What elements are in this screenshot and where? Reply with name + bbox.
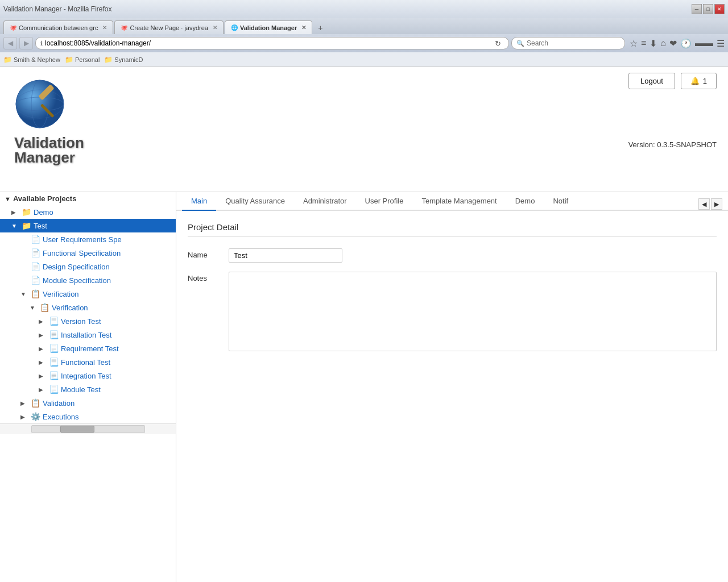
browser-chrome: Validation Manager - Mozilla Firefox ─ □… [0,0,728,582]
url-input[interactable] [45,39,490,47]
new-tab-button[interactable]: + [313,22,327,34]
back-button[interactable]: ◀ [3,37,17,49]
name-input[interactable] [229,248,342,263]
bookmark-smith[interactable]: 📁 Smith & Nephew [3,56,60,64]
sidebar-item-user-req[interactable]: ▶ 📄 User Requirements Spe [0,232,176,246]
download-icon[interactable]: ⬇ [650,38,657,49]
svg-point-0 [16,80,64,128]
list-icon-verif-parent: 📋 [31,289,40,298]
sidebar-label-demo: Demo [34,208,53,217]
sidebar-item-executions[interactable]: ▶ ⚙️ Executions [0,410,176,423]
sidebar-label-integration-test: Integration Test [61,372,111,380]
sidebar-label-verification-parent: Verification [43,290,79,298]
bookmark-star-icon[interactable]: ☆ [630,38,638,49]
content-area: Project Detail Name Notes [176,211,728,582]
sidebar-item-functional-test[interactable]: ▶ 📃 Functional Test [0,355,176,369]
sidebar-item-verification-parent[interactable]: ▼ 📋 Verification [0,287,176,301]
chevron-down-icon: ▼ [5,196,11,202]
refresh-button[interactable]: ↻ [493,38,504,49]
doc-icon-design-spec: 📄 [31,262,40,271]
sidebar-item-version-test[interactable]: ▶ 📃 Version Test [0,314,176,328]
bookmark-personal[interactable]: 📁 Personal [65,56,100,64]
sidebar-item-requirement-test[interactable]: ▶ 📃 Requirement Test [0,342,176,355]
history-icon[interactable]: 🕐 [680,38,692,49]
list-icon-verif-child: 📋 [40,303,49,312]
sidebar-item-validation[interactable]: ▶ 📋 Validation [0,396,176,410]
sidebar-item-design-spec[interactable]: ▶ 📄 Design Specification [0,260,176,273]
home-icon[interactable]: ⌂ [660,38,666,49]
tab-template-management[interactable]: Template Management [412,192,506,211]
browser-tab-1[interactable]: 🐙 Create New Page · javydrea ✕ [114,20,224,34]
sidebar-label-requirement-test: Requirement Test [61,344,119,353]
overflow-icon[interactable]: ▬▬ [695,38,713,49]
sidebar-label-test: Test [34,222,47,230]
notification-button[interactable]: 🔔 1 [681,73,717,89]
doc-icon-user-req: 📄 [31,235,40,244]
tab-nav: Main Quality Assurance Administrator Use… [176,192,728,211]
doc-icon-installation-test: 📃 [49,330,59,339]
tab-administrator[interactable]: Administrator [294,192,356,211]
tab-prev-button[interactable]: ◀ [698,198,710,210]
chevron-right-icon-requirement-test: ▶ [39,346,47,352]
sidebar-label-func-spec: Functional Specification [43,249,121,257]
folder-icon-demo: 📁 [22,207,31,217]
sidebar-label-version-test: Version Test [61,317,101,326]
right-panel: Main Quality Assurance Administrator Use… [176,192,728,582]
page: Validation Manager Logout 🔔 1 Version: 0… [0,67,728,582]
app-logo: Validation Manager [11,73,85,165]
scroll-thumb[interactable] [60,426,94,433]
menu-icon[interactable]: ☰ [717,38,725,49]
tab-notif[interactable]: Notif [544,192,577,211]
gear-icon-executions: ⚙️ [31,412,40,421]
sidebar-item-installation-test[interactable]: ▶ 📃 Installation Test [0,328,176,342]
reading-list-icon[interactable]: ≡ [641,38,646,49]
bookmark-folder-icon-1: 📁 [65,56,73,64]
chevron-down-icon-test: ▼ [11,223,19,229]
doc-icon-requirement-test: 📃 [49,344,59,353]
sidebar-item-module-test[interactable]: ▶ 📃 Module Test [0,383,176,396]
bookmark-folder-icon-2: 📁 [104,56,113,64]
tab-close-2[interactable]: ✕ [301,24,306,31]
tab-user-profile[interactable]: User Profile [356,192,413,211]
maximize-button[interactable]: □ [703,4,713,14]
minimize-button[interactable]: ─ [692,4,702,14]
name-label: Name [188,248,222,259]
bell-icon: 🔔 [690,77,700,85]
tab-quality-assurance[interactable]: Quality Assurance [216,192,294,211]
browser-tab-0[interactable]: 🐙 Communication between grc ✕ [3,20,113,34]
search-bar: 🔍 [511,37,625,49]
logout-button[interactable]: Logout [628,73,675,89]
notes-form-row: Notes [188,272,717,351]
chevron-down-icon-verif-child: ▼ [30,305,38,311]
tab-next-button[interactable]: ▶ [711,198,722,210]
search-input[interactable] [527,39,620,47]
sidebar-label-validation: Validation [43,399,75,408]
sidebar-item-demo[interactable]: ▶ 📁 Demo [0,205,176,219]
tab-close-0[interactable]: ✕ [102,24,107,31]
list-icon-validation: 📋 [31,398,40,408]
chevron-right-icon-functional-test: ▶ [39,359,47,365]
doc-icon-module-test: 📃 [49,385,59,394]
tab-icon-1: 🐙 [121,24,127,31]
sidebar-item-module-spec[interactable]: ▶ 📄 Module Specification [0,273,176,287]
forward-button[interactable]: ▶ [19,37,33,49]
logo-title-line2: Manager [14,150,84,165]
security-icon: ℹ [40,40,43,47]
tab-close-1[interactable]: ✕ [213,24,217,31]
tab-main[interactable]: Main [182,192,216,211]
notes-textarea[interactable] [229,272,717,351]
pocket-icon[interactable]: ❤ [669,38,677,49]
chevron-down-icon-verif-parent: ▼ [20,291,28,297]
sidebar-item-test[interactable]: ▼ 📁 Test [0,219,176,232]
browser-tab-2[interactable]: 🌐 Validation Manager ✕ [225,20,312,34]
sidebar-item-func-spec[interactable]: ▶ 📄 Functional Specification [0,246,176,260]
bookmarks-bar: 📁 Smith & Nephew 📁 Personal 📁 SynamicD [0,52,728,67]
tab-profile-label: User Profile [365,197,404,205]
close-button[interactable]: ✕ [714,4,725,14]
sidebar-item-verification-child[interactable]: ▼ 📋 Verification [0,301,176,314]
scroll-track[interactable] [31,425,145,433]
sidebar-item-integration-test[interactable]: ▶ 📃 Integration Test [0,369,176,383]
logo-container [11,73,80,141]
tab-demo[interactable]: Demo [506,192,544,211]
bookmark-synamicd[interactable]: 📁 SynamicD [104,56,143,64]
